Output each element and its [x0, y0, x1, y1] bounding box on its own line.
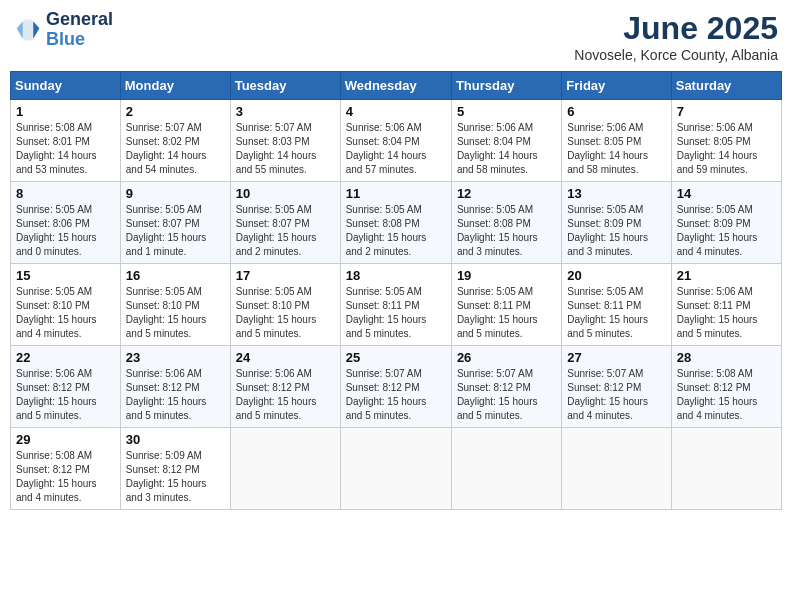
weekday-header-friday: Friday	[562, 72, 671, 100]
calendar-cell: 11Sunrise: 5:05 AM Sunset: 8:08 PM Dayli…	[340, 182, 451, 264]
calendar-cell: 24Sunrise: 5:06 AM Sunset: 8:12 PM Dayli…	[230, 346, 340, 428]
day-number: 18	[346, 268, 446, 283]
day-info: Sunrise: 5:05 AM Sunset: 8:09 PM Dayligh…	[677, 203, 776, 259]
day-info: Sunrise: 5:06 AM Sunset: 8:04 PM Dayligh…	[346, 121, 446, 177]
day-info: Sunrise: 5:05 AM Sunset: 8:08 PM Dayligh…	[457, 203, 556, 259]
day-number: 10	[236, 186, 335, 201]
day-number: 25	[346, 350, 446, 365]
day-info: Sunrise: 5:07 AM Sunset: 8:12 PM Dayligh…	[567, 367, 665, 423]
day-info: Sunrise: 5:07 AM Sunset: 8:12 PM Dayligh…	[457, 367, 556, 423]
day-info: Sunrise: 5:06 AM Sunset: 8:05 PM Dayligh…	[677, 121, 776, 177]
weekday-header-monday: Monday	[120, 72, 230, 100]
calendar-cell	[671, 428, 781, 510]
day-number: 22	[16, 350, 115, 365]
day-info: Sunrise: 5:05 AM Sunset: 8:11 PM Dayligh…	[457, 285, 556, 341]
day-number: 29	[16, 432, 115, 447]
calendar-cell: 5Sunrise: 5:06 AM Sunset: 8:04 PM Daylig…	[451, 100, 561, 182]
calendar-week-row: 8Sunrise: 5:05 AM Sunset: 8:06 PM Daylig…	[11, 182, 782, 264]
day-info: Sunrise: 5:05 AM Sunset: 8:10 PM Dayligh…	[16, 285, 115, 341]
day-number: 28	[677, 350, 776, 365]
day-number: 15	[16, 268, 115, 283]
weekday-header-saturday: Saturday	[671, 72, 781, 100]
month-title: June 2025	[574, 10, 778, 47]
day-number: 3	[236, 104, 335, 119]
weekday-header-thursday: Thursday	[451, 72, 561, 100]
day-info: Sunrise: 5:06 AM Sunset: 8:04 PM Dayligh…	[457, 121, 556, 177]
weekday-header-wednesday: Wednesday	[340, 72, 451, 100]
day-info: Sunrise: 5:07 AM Sunset: 8:12 PM Dayligh…	[346, 367, 446, 423]
calendar-cell: 4Sunrise: 5:06 AM Sunset: 8:04 PM Daylig…	[340, 100, 451, 182]
day-info: Sunrise: 5:05 AM Sunset: 8:10 PM Dayligh…	[126, 285, 225, 341]
day-info: Sunrise: 5:07 AM Sunset: 8:02 PM Dayligh…	[126, 121, 225, 177]
day-number: 19	[457, 268, 556, 283]
weekday-header-tuesday: Tuesday	[230, 72, 340, 100]
calendar-cell: 16Sunrise: 5:05 AM Sunset: 8:10 PM Dayli…	[120, 264, 230, 346]
day-number: 24	[236, 350, 335, 365]
day-number: 2	[126, 104, 225, 119]
calendar-cell: 25Sunrise: 5:07 AM Sunset: 8:12 PM Dayli…	[340, 346, 451, 428]
day-number: 5	[457, 104, 556, 119]
calendar-cell: 18Sunrise: 5:05 AM Sunset: 8:11 PM Dayli…	[340, 264, 451, 346]
day-info: Sunrise: 5:05 AM Sunset: 8:11 PM Dayligh…	[567, 285, 665, 341]
calendar-cell: 12Sunrise: 5:05 AM Sunset: 8:08 PM Dayli…	[451, 182, 561, 264]
calendar-cell	[562, 428, 671, 510]
day-info: Sunrise: 5:05 AM Sunset: 8:07 PM Dayligh…	[126, 203, 225, 259]
day-info: Sunrise: 5:07 AM Sunset: 8:03 PM Dayligh…	[236, 121, 335, 177]
calendar-week-row: 1Sunrise: 5:08 AM Sunset: 8:01 PM Daylig…	[11, 100, 782, 182]
day-info: Sunrise: 5:05 AM Sunset: 8:08 PM Dayligh…	[346, 203, 446, 259]
day-number: 16	[126, 268, 225, 283]
title-area: June 2025 Novosele, Korce County, Albani…	[574, 10, 778, 63]
calendar-cell: 3Sunrise: 5:07 AM Sunset: 8:03 PM Daylig…	[230, 100, 340, 182]
calendar-cell: 27Sunrise: 5:07 AM Sunset: 8:12 PM Dayli…	[562, 346, 671, 428]
day-info: Sunrise: 5:05 AM Sunset: 8:10 PM Dayligh…	[236, 285, 335, 341]
day-info: Sunrise: 5:06 AM Sunset: 8:11 PM Dayligh…	[677, 285, 776, 341]
day-info: Sunrise: 5:08 AM Sunset: 8:01 PM Dayligh…	[16, 121, 115, 177]
calendar-cell: 8Sunrise: 5:05 AM Sunset: 8:06 PM Daylig…	[11, 182, 121, 264]
page-header: GeneralBlue June 2025 Novosele, Korce Co…	[10, 10, 782, 63]
calendar-cell: 13Sunrise: 5:05 AM Sunset: 8:09 PM Dayli…	[562, 182, 671, 264]
calendar-table: SundayMondayTuesdayWednesdayThursdayFrid…	[10, 71, 782, 510]
day-number: 17	[236, 268, 335, 283]
day-info: Sunrise: 5:08 AM Sunset: 8:12 PM Dayligh…	[16, 449, 115, 505]
weekday-header-sunday: Sunday	[11, 72, 121, 100]
calendar-cell: 28Sunrise: 5:08 AM Sunset: 8:12 PM Dayli…	[671, 346, 781, 428]
day-info: Sunrise: 5:06 AM Sunset: 8:05 PM Dayligh…	[567, 121, 665, 177]
calendar-cell: 1Sunrise: 5:08 AM Sunset: 8:01 PM Daylig…	[11, 100, 121, 182]
day-number: 30	[126, 432, 225, 447]
calendar-cell: 20Sunrise: 5:05 AM Sunset: 8:11 PM Dayli…	[562, 264, 671, 346]
day-info: Sunrise: 5:05 AM Sunset: 8:09 PM Dayligh…	[567, 203, 665, 259]
day-info: Sunrise: 5:05 AM Sunset: 8:07 PM Dayligh…	[236, 203, 335, 259]
calendar-cell: 30Sunrise: 5:09 AM Sunset: 8:12 PM Dayli…	[120, 428, 230, 510]
day-info: Sunrise: 5:09 AM Sunset: 8:12 PM Dayligh…	[126, 449, 225, 505]
calendar-cell: 19Sunrise: 5:05 AM Sunset: 8:11 PM Dayli…	[451, 264, 561, 346]
day-info: Sunrise: 5:05 AM Sunset: 8:06 PM Dayligh…	[16, 203, 115, 259]
calendar-header-row: SundayMondayTuesdayWednesdayThursdayFrid…	[11, 72, 782, 100]
logo: GeneralBlue	[14, 10, 113, 50]
day-info: Sunrise: 5:06 AM Sunset: 8:12 PM Dayligh…	[16, 367, 115, 423]
calendar-week-row: 22Sunrise: 5:06 AM Sunset: 8:12 PM Dayli…	[11, 346, 782, 428]
calendar-cell: 21Sunrise: 5:06 AM Sunset: 8:11 PM Dayli…	[671, 264, 781, 346]
day-number: 6	[567, 104, 665, 119]
calendar-cell	[230, 428, 340, 510]
calendar-cell: 2Sunrise: 5:07 AM Sunset: 8:02 PM Daylig…	[120, 100, 230, 182]
day-number: 4	[346, 104, 446, 119]
day-number: 13	[567, 186, 665, 201]
day-info: Sunrise: 5:06 AM Sunset: 8:12 PM Dayligh…	[236, 367, 335, 423]
day-number: 27	[567, 350, 665, 365]
day-number: 20	[567, 268, 665, 283]
day-number: 12	[457, 186, 556, 201]
day-number: 26	[457, 350, 556, 365]
day-number: 9	[126, 186, 225, 201]
calendar-cell: 17Sunrise: 5:05 AM Sunset: 8:10 PM Dayli…	[230, 264, 340, 346]
day-info: Sunrise: 5:06 AM Sunset: 8:12 PM Dayligh…	[126, 367, 225, 423]
calendar-cell	[340, 428, 451, 510]
calendar-cell: 23Sunrise: 5:06 AM Sunset: 8:12 PM Dayli…	[120, 346, 230, 428]
day-number: 14	[677, 186, 776, 201]
location-title: Novosele, Korce County, Albania	[574, 47, 778, 63]
calendar-cell: 26Sunrise: 5:07 AM Sunset: 8:12 PM Dayli…	[451, 346, 561, 428]
day-number: 7	[677, 104, 776, 119]
day-info: Sunrise: 5:08 AM Sunset: 8:12 PM Dayligh…	[677, 367, 776, 423]
logo-icon	[14, 16, 42, 44]
calendar-cell: 7Sunrise: 5:06 AM Sunset: 8:05 PM Daylig…	[671, 100, 781, 182]
day-number: 1	[16, 104, 115, 119]
